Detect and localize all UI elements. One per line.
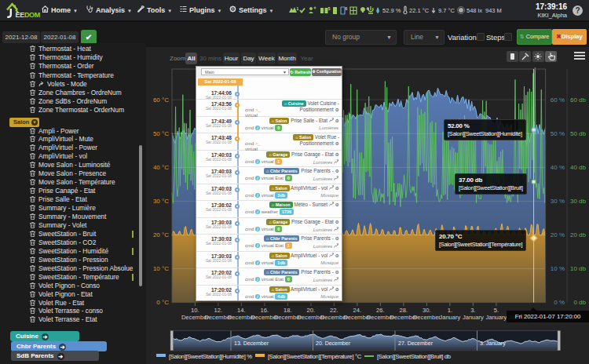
- svg-text:943 M: 943 M: [485, 7, 502, 14]
- svg-text:13. December: 13. December: [234, 340, 269, 346]
- svg-text:60 db: 60 db: [570, 96, 587, 104]
- svg-text:4: 4: [367, 6, 369, 11]
- svg-text:December: December: [413, 314, 441, 321]
- svg-text:10 %: 10 %: [551, 265, 565, 272]
- svg-text:EEDOM: EEDOM: [16, 11, 41, 19]
- svg-text:10 °C: 10 °C: [153, 265, 169, 272]
- svg-text:50 °C: 50 °C: [153, 130, 169, 137]
- svg-text:20. December: 20. December: [316, 340, 351, 346]
- svg-text:24.: 24.: [353, 307, 362, 314]
- svg-text:22.1 °C: 22.1 °C: [409, 7, 430, 14]
- svg-text:50 %: 50 %: [551, 130, 565, 137]
- svg-text:January: January: [485, 314, 507, 321]
- svg-text:26.: 26.: [376, 307, 385, 314]
- svg-text:20 °C: 20 °C: [153, 231, 169, 238]
- svg-text:0 %: 0 %: [554, 299, 565, 306]
- svg-text:16.: 16.: [261, 307, 269, 314]
- svg-text:18.: 18.: [284, 307, 292, 314]
- svg-text:22.: 22.: [330, 307, 338, 314]
- svg-text:27. December: 27. December: [398, 340, 434, 346]
- svg-text:60 %: 60 %: [551, 96, 565, 104]
- svg-text:52.9 %: 52.9 %: [382, 7, 401, 14]
- svg-text:1.: 1.: [448, 307, 452, 314]
- svg-text:6: 6: [346, 6, 348, 11]
- svg-text:January: January: [463, 314, 484, 321]
- svg-text:5.: 5.: [494, 307, 499, 314]
- svg-text:40 db: 40 db: [570, 164, 587, 171]
- svg-text:30 %: 30 %: [551, 198, 565, 205]
- svg-text:1: 1: [297, 6, 299, 11]
- svg-text:20 db: 20 db: [570, 231, 587, 238]
- svg-text:January: January: [439, 314, 460, 321]
- svg-text:0 db: 0 db: [573, 299, 586, 306]
- svg-text:20.: 20.: [307, 307, 316, 314]
- svg-text:30.: 30.: [423, 307, 431, 314]
- svg-text:14.: 14.: [237, 307, 246, 314]
- svg-text:9.7 °C: 9.7 °C: [438, 7, 455, 14]
- svg-text:3.: 3.: [470, 307, 475, 314]
- svg-text:5: 5: [328, 6, 331, 11]
- svg-text:28.: 28.: [400, 307, 408, 314]
- svg-text:40 °C: 40 °C: [153, 164, 169, 171]
- svg-text:548 lx: 548 lx: [466, 7, 482, 14]
- svg-text:10.: 10.: [191, 307, 199, 314]
- svg-text:10 db: 10 db: [570, 265, 587, 272]
- svg-text:50 db: 50 db: [570, 130, 587, 137]
- svg-text:30 db: 30 db: [570, 198, 587, 205]
- svg-text:30 °C: 30 °C: [153, 198, 169, 205]
- svg-text:60 °C: 60 °C: [153, 96, 169, 104]
- svg-text:12.: 12.: [214, 307, 223, 314]
- svg-text:40 %: 40 %: [551, 164, 565, 171]
- svg-text:20 %: 20 %: [551, 231, 565, 238]
- svg-text:3. January: 3. January: [480, 340, 506, 347]
- svg-text:0 °C: 0 °C: [156, 299, 169, 306]
